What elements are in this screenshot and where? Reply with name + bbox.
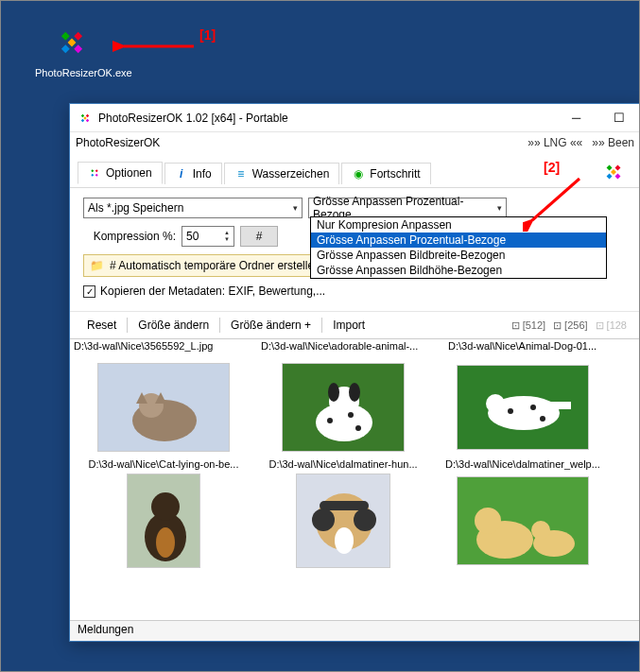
- tab-progress[interactable]: ◉ Fortschritt: [341, 163, 430, 184]
- checkbox-icon: ✓: [83, 285, 95, 298]
- desktop-shortcut-label: PhotoResizerOK.exe: [35, 67, 109, 78]
- copy-metadata-check[interactable]: ✓ Kopieren der Metadaten: EXIF, Bewertun…: [83, 284, 627, 298]
- tab-options-label: Optionen: [106, 166, 152, 180]
- titlebar: PhotoResizerOK 1.02 [x64] - Portable ─ ☐: [70, 104, 640, 132]
- resize-option[interactable]: Grösse Anpassen Bildbreite-Bezogen: [311, 248, 606, 263]
- tab-watermark[interactable]: ≡ Wasserzeichen: [224, 163, 340, 184]
- annotation-label-2: [2]: [544, 160, 560, 175]
- thumbnail-caption: D:\3d-wal\Nice\Cat-lying-on-be...: [89, 458, 239, 470]
- window-title: PhotoResizerOK 1.02 [x64] - Portable: [98, 112, 555, 125]
- compression-value: 50: [186, 230, 199, 243]
- resize-mode-select[interactable]: Grösse Anpassen Prozentual-Bezoge ▾: [308, 198, 507, 218]
- thumbnail-grid: D:\3d-wal\Nice\Cat-lying-on-be... D:\3d-…: [70, 353, 640, 579]
- hash-button[interactable]: #: [240, 226, 278, 247]
- svg-point-34: [348, 412, 354, 418]
- tab-info[interactable]: i Info: [164, 163, 222, 184]
- svg-point-32: [349, 383, 360, 402]
- resize-option[interactable]: Grösse Anpassen Prozentual-Bezoge: [311, 233, 606, 248]
- info-icon: i: [175, 167, 188, 181]
- thumbnail[interactable]: [433, 474, 613, 568]
- thumbnail[interactable]: D:\3d-wal\Nice\dalmatiner-hun...: [253, 360, 433, 470]
- resize-button[interactable]: Größe ändern: [130, 316, 216, 335]
- app-big-icon[interactable]: [600, 159, 627, 185]
- size-128-button[interactable]: ⊡[128: [592, 318, 631, 334]
- watermark-icon: ≡: [234, 167, 248, 181]
- svg-point-55: [475, 508, 501, 534]
- thumbnail[interactable]: D:\3d-wal\Nice\Cat-lying-on-be...: [74, 360, 253, 470]
- progress-icon: ◉: [352, 167, 365, 181]
- chevron-down-icon: ▾: [293, 203, 298, 213]
- svg-rect-15: [91, 174, 94, 177]
- svg-rect-0: [74, 32, 82, 41]
- titlebar-icon: [78, 111, 93, 126]
- svg-rect-11: [81, 113, 84, 116]
- menu-language[interactable]: »» LNG ««: [528, 136, 582, 149]
- svg-point-49: [335, 527, 354, 554]
- svg-rect-39: [548, 402, 571, 409]
- tab-watermark-label: Wasserzeichen: [252, 167, 330, 181]
- svg-rect-2: [61, 32, 70, 41]
- svg-rect-13: [83, 116, 86, 119]
- svg-rect-17: [95, 174, 98, 177]
- svg-point-38: [486, 394, 505, 413]
- save-format-select[interactable]: Als *.jpg Speichern ▾: [83, 198, 303, 218]
- thumbnail[interactable]: [253, 474, 433, 568]
- menu-app[interactable]: PhotoResizerOK: [76, 136, 160, 149]
- svg-rect-50: [320, 501, 369, 510]
- temp-folder-bar[interactable]: 📁 # Automatisch temporäre Ordner erstell…: [83, 254, 348, 277]
- annotation-label-1: [1]: [199, 27, 216, 43]
- svg-point-40: [508, 408, 513, 414]
- temp-folder-label: # Automatisch temporäre Ordner erstellen: [110, 259, 320, 272]
- tab-info-label: Info: [193, 167, 212, 181]
- menubar: PhotoResizerOK »» LNG «« »» Been: [70, 132, 640, 153]
- spin-buttons[interactable]: ▲▼: [224, 230, 230, 243]
- thumb-size-icon: ⊡: [553, 319, 562, 332]
- svg-point-41: [530, 405, 536, 410]
- menu-exit[interactable]: »» Been: [592, 136, 634, 149]
- tab-progress-label: Fortschritt: [370, 167, 420, 181]
- reset-button[interactable]: Reset: [79, 316, 124, 335]
- action-toolbar: Reset Größe ändern Größe ändern + Import…: [70, 312, 640, 338]
- file-path: D:\3d-wal\Nice\adorable-animal-...: [261, 340, 437, 352]
- svg-point-46: [156, 527, 175, 558]
- svg-rect-18: [614, 165, 620, 171]
- svg-point-52: [354, 508, 376, 531]
- chevron-down-icon: ▾: [497, 203, 502, 213]
- svg-point-33: [327, 418, 333, 423]
- svg-point-45: [151, 492, 180, 521]
- status-text: Meldungen: [78, 623, 133, 636]
- resize-mode-dropdown: Nur Kompresion Anpassen Grösse Anpassen …: [310, 216, 607, 279]
- svg-rect-3: [74, 44, 82, 53]
- size-256-button[interactable]: ⊡[256]: [549, 318, 591, 334]
- svg-rect-16: [91, 169, 94, 172]
- svg-rect-10: [81, 118, 84, 121]
- svg-rect-4: [68, 39, 77, 47]
- file-path: D:\3d-wal\Nice\3565592_L.jpg: [74, 340, 250, 352]
- resize-option[interactable]: Grösse Anpassen Bildhöhe-Bezogen: [311, 263, 606, 278]
- minimize-button[interactable]: ─: [555, 104, 597, 132]
- file-path-row: D:\3d-wal\Nice\3565592_L.jpg D:\3d-wal\N…: [70, 338, 640, 353]
- compression-input[interactable]: 50 ▲▼: [182, 226, 234, 247]
- options-panel: Als *.jpg Speichern ▾ Grösse Anpassen Pr…: [70, 188, 640, 312]
- thumbnail[interactable]: D:\3d-wal\Nice\dalmatiner_welp...: [433, 360, 613, 470]
- app-icon: [49, 20, 95, 65]
- thumb-size-icon: ⊡: [511, 319, 520, 332]
- copy-metadata-label: Kopieren der Metadaten: EXIF, Bewertung,…: [100, 284, 325, 298]
- svg-rect-21: [614, 173, 620, 179]
- resize-plus-button[interactable]: Größe ändern +: [223, 316, 319, 335]
- svg-point-31: [328, 383, 339, 402]
- size-512-button[interactable]: ⊡[512]: [508, 318, 549, 334]
- thumbnail-caption: D:\3d-wal\Nice\dalmatiner-hun...: [268, 458, 417, 470]
- thumbnail-caption: D:\3d-wal\Nice\dalmatiner_welp...: [445, 458, 600, 470]
- thumbnail[interactable]: [74, 474, 253, 568]
- status-bar: Meldungen: [70, 620, 640, 641]
- svg-rect-20: [607, 165, 613, 171]
- svg-rect-22: [611, 169, 616, 175]
- maximize-button[interactable]: ☐: [597, 104, 640, 132]
- file-path: D:\3d-wal\Nice\Animal-Dog-01...: [448, 340, 624, 352]
- tab-options[interactable]: Optionen: [78, 162, 163, 184]
- import-button[interactable]: Import: [325, 316, 372, 335]
- resize-option[interactable]: Nur Kompresion Anpassen: [311, 217, 606, 233]
- desktop-shortcut[interactable]: PhotoResizerOK.exe: [35, 20, 109, 78]
- svg-point-51: [312, 508, 335, 531]
